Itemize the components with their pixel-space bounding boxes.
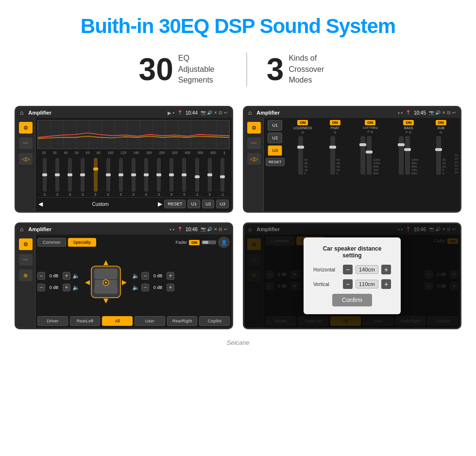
xover-side-wave-btn[interactable]: 〰 <box>247 137 261 149</box>
fader-label: Fader <box>175 240 187 245</box>
screen-specialty: ⌂ Amplifier ▪ • 📍 10:46 📷 🔊 ✕ ⊟ ↩ ⚙ 〰 ⊗ … <box>15 222 233 329</box>
specialty-tab[interactable]: Specialty <box>68 238 97 247</box>
stat-eq-number: 30 <box>139 54 173 85</box>
eq-slider-9: 0 <box>157 158 161 196</box>
user-btn[interactable]: User <box>135 316 165 326</box>
lf-vol-minus[interactable]: − <box>37 272 45 280</box>
lf-vol-plus[interactable]: + <box>63 272 70 280</box>
svg-rect-4 <box>95 286 117 293</box>
all-btn[interactable]: All <box>102 316 133 326</box>
xover-sidebar: ⚙ 〰 ◁▷ <box>244 118 264 211</box>
bass-label: BASS <box>404 126 413 130</box>
phat-on: ON <box>330 120 340 125</box>
sub-slider1[interactable] <box>436 136 441 175</box>
svg-rect-3 <box>95 269 117 279</box>
spec-screen-title: Amplifier <box>28 226 167 232</box>
lr-vol-minus[interactable]: − <box>37 284 45 291</box>
fader-on-badge: ON <box>189 240 200 245</box>
eq-slider-11: 0 <box>182 158 186 196</box>
xover-u3-btn[interactable]: U3 <box>268 145 282 156</box>
eq-u1-btn[interactable]: U1 <box>187 200 200 208</box>
dialog-overlay: Car speaker distance setting Horizontal … <box>244 224 460 328</box>
loudness-label: LOUDNESS <box>293 126 312 130</box>
rearleft-btn[interactable]: RearLeft <box>70 316 101 326</box>
rr-spk-icon: 🔈 <box>132 284 139 291</box>
sub-on: ON <box>436 120 446 125</box>
eq-slider-13: 0 <box>208 158 212 196</box>
common-tab[interactable]: Common <box>37 238 66 247</box>
bass-slider-g[interactable] <box>405 136 410 175</box>
fader-slider[interactable] <box>202 240 216 244</box>
spec-side-wave-btn[interactable]: 〰 <box>19 254 33 266</box>
horizontal-plus-btn[interactable]: + <box>381 265 391 274</box>
home-icon[interactable]: ⌂ <box>20 109 23 116</box>
eq-slider-5: 0 <box>106 158 110 196</box>
xover-screen-title: Amplifier <box>256 110 395 116</box>
distance-dialog: Car speaker distance setting Horizontal … <box>304 237 401 314</box>
xover-side-eq-btn[interactable]: ⚙ <box>247 122 261 134</box>
confirm-button[interactable]: Confirm <box>332 294 372 306</box>
spec-side-eq-btn[interactable]: ⚙ <box>19 238 33 250</box>
driver-btn[interactable]: Driver <box>37 316 68 326</box>
dialog-title: Car speaker distance setting <box>313 245 391 259</box>
stats-row: 30 EQ AdjustableSegments 3 Kinds ofCross… <box>0 48 476 101</box>
eq-side-eq-btn[interactable]: ⚙ <box>19 122 33 134</box>
spec-time: 10:46 <box>186 227 198 232</box>
eq-reset-btn[interactable]: RESET <box>164 200 186 208</box>
lf-spk-icon: 🔈 <box>72 272 80 279</box>
spec-side-bt-btn[interactable]: ⊗ <box>19 270 33 281</box>
eq-side-wave-btn[interactable]: 〰 <box>19 137 33 149</box>
copilot-btn[interactable]: Copilot <box>199 316 230 326</box>
screen-distance: ⌂ Amplifier ▪ • 📍 10:46 📷 🔊 ✕ ⊟ ↩ ⚙ 〰 ⊗ … <box>243 222 461 329</box>
screen-crossover: ⌂ Amplifier ▪ • 📍 10:45 📷 🔊 ✕ ⊟ ↩ ⚙ 〰 ◁▷… <box>243 106 461 213</box>
screen-eq: ⌂ Amplifier ▶ • 📍 10:44 📷 🔊 ✕ ⊟ ↩ ⚙ 〰 ◁▷ <box>15 106 233 213</box>
loudness-slider1[interactable] <box>298 136 303 175</box>
phat-slider1[interactable] <box>330 136 335 175</box>
cutfreq-slider-f[interactable] <box>360 136 365 175</box>
page-title: Buith-in 30EQ DSP Sound System <box>0 0 476 48</box>
dialog-vertical-label: Vertical <box>313 282 340 287</box>
cutfreq-slider-g[interactable] <box>367 136 372 175</box>
xover-side-vol-btn[interactable]: ◁▷ <box>247 153 261 165</box>
lr-vol-plus[interactable]: + <box>63 284 70 291</box>
xover-u1-btn[interactable]: U1 <box>268 120 282 131</box>
spec-home-icon[interactable]: ⌂ <box>20 226 23 233</box>
horizontal-value: 140cm <box>356 265 378 274</box>
rr-vol-plus[interactable]: + <box>167 284 174 291</box>
lr-spk-icon: 🔈 <box>72 284 80 291</box>
xover-reset-btn[interactable]: RESET <box>266 158 285 166</box>
eq-u3-btn[interactable]: U3 <box>216 200 229 208</box>
vertical-value: 110cm <box>356 280 378 288</box>
stat-eq: 30 EQ AdjustableSegments <box>119 53 246 85</box>
phat-label: PHAT <box>331 126 340 130</box>
dialog-vertical-row: Vertical − 110cm + <box>313 279 391 289</box>
profile-icon[interactable]: 👤 <box>218 236 230 248</box>
spec-icons: ▪ • <box>170 227 174 232</box>
vertical-plus-btn[interactable]: + <box>381 279 391 289</box>
eq-u2-btn[interactable]: U2 <box>202 200 215 208</box>
spec-status-icons: 📷 🔊 ✕ ⊟ ↩ <box>201 227 228 232</box>
xover-home-icon[interactable]: ⌂ <box>248 109 252 116</box>
eq-side-vol-btn[interactable]: ◁▷ <box>19 153 33 165</box>
svg-marker-10 <box>103 299 108 304</box>
screens-grid: ⌂ Amplifier ▶ • 📍 10:44 📷 🔊 ✕ ⊟ ↩ ⚙ 〰 ◁▷ <box>0 101 476 339</box>
statusbar-spec: ⌂ Amplifier ▪ • 📍 10:46 📷 🔊 ✕ ⊟ ↩ <box>16 224 232 235</box>
lf-vol-val: 0 dB <box>47 273 61 278</box>
statusbar-xover: ⌂ Amplifier ▪ • 📍 10:45 📷 🔊 ✕ ⊟ ↩ <box>244 107 460 118</box>
eq-next-btn[interactable]: ▶ <box>158 201 162 207</box>
left-volumes: − 0 dB + 🔈 − 0 dB + 🔈 <box>37 272 80 291</box>
rf-vol-plus[interactable]: + <box>167 272 174 280</box>
phat-g-label: G <box>334 131 336 134</box>
eq-prev-btn[interactable]: ◀ <box>38 201 43 207</box>
bass-slider-f[interactable] <box>399 136 404 175</box>
xover-status-icons: 📷 🔊 ✕ ⊟ ↩ <box>429 110 456 115</box>
vertical-minus-btn[interactable]: − <box>343 279 353 289</box>
horizontal-minus-btn[interactable]: − <box>343 265 353 274</box>
eq-graph <box>37 120 230 149</box>
rf-vol-minus[interactable]: − <box>141 272 149 280</box>
rf-spk-icon: 🔈 <box>132 272 139 279</box>
rearright-btn[interactable]: RearRight <box>167 316 198 326</box>
rr-vol-minus[interactable]: − <box>141 284 149 291</box>
xover-u2-btn[interactable]: U2 <box>268 133 282 143</box>
lr-vol-val: 0 dB <box>47 285 61 290</box>
